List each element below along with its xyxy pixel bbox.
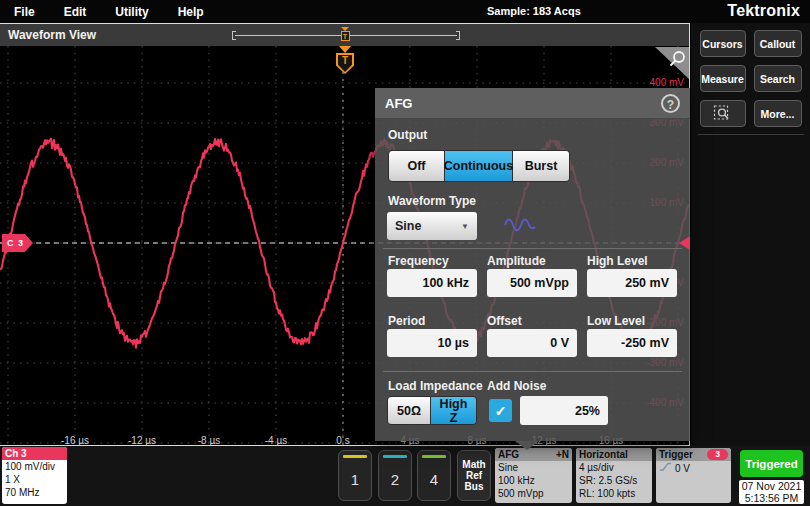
high-level-label: High Level [587,254,648,268]
output-label: Output [388,128,427,142]
section-divider [383,371,682,372]
triangle-down-icon [339,46,351,53]
rising-edge-icon [659,461,672,475]
chevron-down-icon: ▼ [461,222,469,231]
ch3-badge[interactable]: Ch 3 100 mV/div 1 X 70 MHz [2,447,67,504]
ch3-scale: 100 mV/div [2,460,67,473]
add-noise-label: Add Noise [487,379,546,393]
menu-file[interactable]: File [14,5,35,19]
impedance-50ohm-button[interactable]: 50Ω [387,396,431,425]
afg-dialog: AFG ? Output Off Continuous Burst Wavefo… [375,88,690,441]
menu-help[interactable]: Help [178,5,204,19]
afg-dialog-header[interactable]: AFG ? [375,88,690,119]
trigger-level-value: 0 V [675,462,690,475]
horizontal-scale: 4 µs/div [576,461,652,474]
right-toolbar: Cursors Callout Measure Search More... [691,23,810,446]
trigger-badge[interactable]: Trigger 3 0 V [656,448,731,503]
channel2-button[interactable]: 2 [378,450,412,501]
horizontal-badge-title: Horizontal [579,448,628,461]
low-level-field[interactable]: -250 mV [587,329,677,357]
trigger-t-icon: T [341,31,350,41]
afg-badge-frequency: 100 kHz [495,474,572,487]
offset-field[interactable]: 0 V [487,329,577,357]
afg-noise-indicator: +N [556,448,569,461]
afg-badge-amplitude: 500 mVpp [495,487,572,500]
afg-badge[interactable]: AFG +N Sine 100 kHz 500 mVpp [495,448,572,503]
period-label: Period [388,314,425,328]
frequency-field[interactable]: 100 kHz [387,269,477,297]
bottom-status-bar: Ch 3 100 mV/div 1 X 70 MHz 1 2 4 Math Re… [0,446,810,506]
zoom-select-icon [713,104,732,124]
impedance-highz-button[interactable]: High Z [431,396,477,425]
date-value: 07 Nov 2021 [739,481,804,493]
afg-dialog-title: AFG [385,96,412,111]
waveform-type-dropdown[interactable]: Sine ▼ [387,212,477,240]
check-icon: ✓ [495,403,507,419]
channel4-button[interactable]: 4 [417,450,451,501]
offset-label: Offset [487,314,522,328]
x-axis-label: -12 µs [116,435,168,446]
dialog-pointer [515,441,539,450]
measure-button[interactable]: Measure [700,65,746,92]
horizontal-sample-rate: SR: 2.5 GS/s [576,474,652,487]
menu-edit[interactable]: Edit [64,5,87,19]
period-field[interactable]: 10 µs [387,329,477,357]
trigger-marker-icon[interactable]: T [336,46,354,74]
load-impedance-label: Load Impedance [388,379,483,393]
waveform-type-value: Sine [395,219,421,233]
noise-percent-field[interactable]: 25% [520,396,608,425]
triggered-status-badge: Triggered [740,450,803,477]
menu-bar: File Edit Utility Help Sample: 183 Acqs … [0,0,810,23]
waveform-type-label: Waveform Type [388,194,476,208]
amplitude-label: Amplitude [487,254,546,268]
channel1-button[interactable]: 1 [338,450,372,501]
tektronix-logo: Tektronix [727,2,800,20]
horizontal-badge[interactable]: Horizontal 4 µs/div SR: 2.5 GS/s RL: 100… [576,448,652,503]
cursors-button[interactable]: Cursors [700,30,746,57]
trigger-level-arrow[interactable] [679,236,690,250]
section-divider [383,248,682,249]
math-ref-bus-button[interactable]: Math Ref Bus [457,450,491,501]
trigger-position-mini-marker[interactable]: T [339,27,351,41]
oscilloscope-screen: File Edit Utility Help Sample: 183 Acqs … [0,0,810,506]
output-segmented-control: Off Continuous Burst [388,150,570,182]
trigger-source-badge: 3 [707,449,728,460]
add-noise-checkbox[interactable]: ✓ [489,399,512,422]
output-off-button[interactable]: Off [388,150,445,182]
sine-wave-icon [503,213,537,241]
x-axis-label: -16 µs [49,435,101,446]
overview-right-bracket [456,31,460,40]
x-axis-label: -4 µs [250,435,302,446]
horizontal-record-length: RL: 100 kpts [576,487,652,500]
zoom-corner-icon[interactable] [655,47,689,79]
toolbar-divider [698,134,804,135]
high-level-field[interactable]: 250 mV [587,269,677,297]
time-value: 5:13:56 PM [739,493,804,505]
output-burst-button[interactable]: Burst [513,150,570,182]
amplitude-field[interactable]: 500 mVpp [487,269,577,297]
ch3-attenuation: 1 X [2,473,67,486]
more-button[interactable]: More... [754,100,802,127]
ch3-bandwidth: 70 MHz [2,486,67,499]
trigger-t-flag: T [336,53,354,74]
low-level-label: Low Level [587,314,645,328]
x-axis-label: -8 µs [183,435,235,446]
trigger-badge-title: Trigger [659,448,693,461]
datetime-display: 07 Nov 2021 5:13:56 PM [739,480,804,504]
afg-badge-shape: Sine [495,461,572,474]
acquisition-status: Sample: 183 Acqs [487,5,581,17]
x-axis-label: 0 s [317,435,369,446]
load-impedance-segmented-control: 50Ω High Z [387,396,477,425]
frequency-label: Frequency [388,254,449,268]
search-button[interactable]: Search [754,65,802,92]
output-continuous-button[interactable]: Continuous [445,150,513,182]
ch3-badge-title: Ch 3 [5,447,27,460]
callout-button[interactable]: Callout [754,30,802,57]
waveform-tab-bar: Waveform View T [0,24,689,46]
tab-waveform-view[interactable]: Waveform View [8,28,96,42]
acquisition-overview-bar[interactable]: T [232,31,460,40]
help-icon[interactable]: ? [661,94,680,113]
menu-utility[interactable]: Utility [115,5,148,19]
zoom-select-button[interactable] [700,100,746,127]
